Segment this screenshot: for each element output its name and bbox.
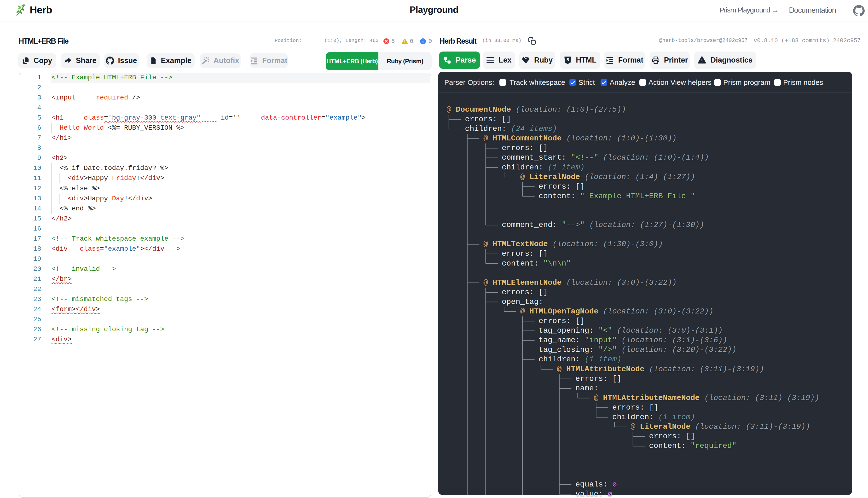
svg-text:5: 5	[566, 57, 569, 62]
